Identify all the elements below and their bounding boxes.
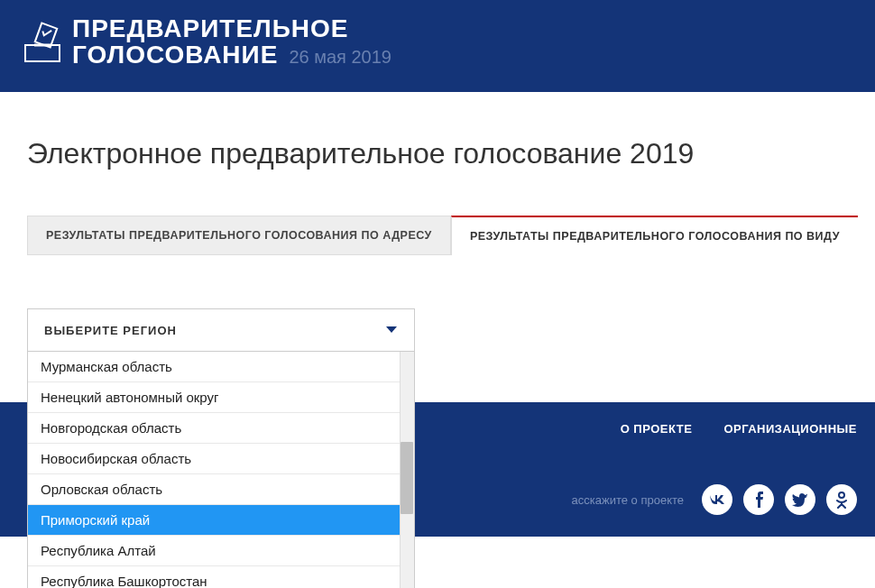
logo-line2: ГОЛОСОВАНИЕ [72, 41, 278, 69]
logo-line1: ПРЕДВАРИТЕЛЬНОЕ [72, 16, 391, 41]
region-option[interactable]: Мурманская область [28, 352, 414, 382]
logo-date: 26 мая 2019 [289, 47, 391, 68]
ok-icon[interactable] [826, 484, 857, 515]
svg-rect-0 [25, 45, 60, 61]
ballot-box-icon [18, 18, 67, 70]
region-option[interactable]: Новгородская область [28, 413, 414, 444]
twitter-icon[interactable] [785, 484, 815, 515]
scrollbar-track[interactable] [400, 352, 414, 588]
footer-links: О ПРОЕКТЕ ОРГАНИЗАЦИОННЫЕ [621, 422, 857, 436]
region-option[interactable]: Орловская область [28, 474, 414, 505]
region-option-selected[interactable]: Приморский край [28, 505, 414, 536]
scrollbar-thumb[interactable] [401, 442, 413, 514]
chevron-down-icon [385, 322, 398, 338]
logo-text: ПРЕДВАРИТЕЛЬНОЕ ГОЛОСОВАНИЕ 26 мая 2019 [72, 16, 391, 69]
tab-results-by-address[interactable]: РЕЗУЛЬТАТЫ ПРЕДВАРИТЕЛЬНОГО ГОЛОСОВАНИЯ … [27, 216, 451, 255]
tabs: РЕЗУЛЬТАТЫ ПРЕДВАРИТЕЛЬНОГО ГОЛОСОВАНИЯ … [27, 216, 848, 255]
region-option[interactable]: Республика Башкортостан [28, 566, 414, 588]
region-dropdown-list: Мурманская область Ненецкий автономный о… [27, 352, 415, 588]
region-dropdown: ВЫБЕРИТЕ РЕГИОН Мурманская область Ненец… [27, 308, 415, 352]
region-option[interactable]: Новосибирская область [28, 444, 414, 474]
facebook-icon[interactable] [743, 484, 774, 515]
share-label: асскажите о проекте [572, 493, 684, 507]
footer-link-org[interactable]: ОРГАНИЗАЦИОННЫЕ [723, 422, 857, 436]
region-dropdown-label: ВЫБЕРИТЕ РЕГИОН [44, 324, 177, 337]
region-option[interactable]: Ненецкий автономный округ [28, 382, 414, 413]
footer-link-about[interactable]: О ПРОЕКТЕ [621, 422, 693, 436]
region-option[interactable]: Республика Алтай [28, 536, 414, 566]
logo-block: ПРЕДВАРИТЕЛЬНОЕ ГОЛОСОВАНИЕ 26 мая 2019 [18, 16, 391, 70]
tab-results-by-type[interactable]: РЕЗУЛЬТАТЫ ПРЕДВАРИТЕЛЬНОГО ГОЛОСОВАНИЯ … [451, 216, 858, 255]
region-dropdown-toggle[interactable]: ВЫБЕРИТЕ РЕГИОН [27, 308, 415, 352]
svg-point-3 [839, 492, 844, 498]
page-title: Электронное предварительное голосование … [27, 137, 848, 170]
svg-rect-2 [35, 23, 57, 48]
content: Электронное предварительное голосование … [0, 92, 875, 282]
vk-icon[interactable] [702, 484, 732, 515]
header: ПРЕДВАРИТЕЛЬНОЕ ГОЛОСОВАНИЕ 26 мая 2019 [0, 0, 875, 92]
